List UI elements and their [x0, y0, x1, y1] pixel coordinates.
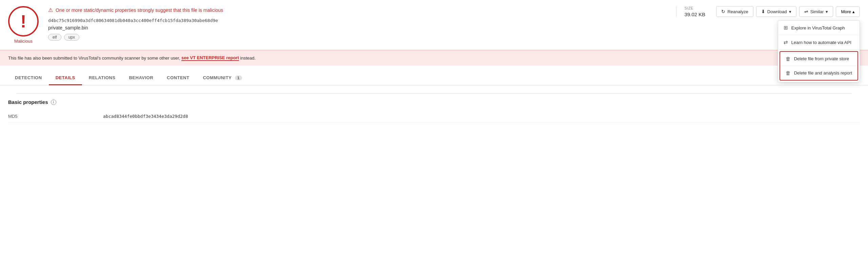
content-area: Basic properties i MD5 abcad8344fe0bbdf3…: [0, 85, 868, 131]
download-chevron-icon: ▾: [789, 9, 791, 14]
size-label: Size: [685, 6, 693, 10]
similar-label: Similar: [810, 9, 824, 14]
vt-enterprise-link[interactable]: see VT ENTERPRISE report: [181, 55, 239, 61]
community-badge: 1: [235, 75, 242, 80]
top-divider: [16, 93, 852, 94]
warning-icon: ⚠: [48, 7, 53, 13]
tab-content[interactable]: CONTENT: [160, 71, 196, 85]
file-name: private_sample.bin: [48, 25, 668, 30]
file-info: ⚠ One or more static/dynamic properties …: [48, 6, 668, 41]
tag-upx: upx: [64, 34, 79, 41]
size-section: Size 39.02 KB: [676, 6, 706, 17]
prop-value-md5: abcad8344fe0bbdf3e3434e3da29d2d8: [103, 114, 188, 119]
download-icon: ⬇: [761, 9, 765, 14]
tag-elf: elf: [48, 34, 61, 41]
dropdown-item-delete-private[interactable]: 🗑 Delete file from private store: [780, 52, 857, 66]
exclamation-icon: !: [20, 13, 26, 30]
download-button[interactable]: ⬇ Download ▾: [756, 6, 796, 17]
banner-text-after: instead.: [239, 56, 256, 61]
download-label: Download: [767, 9, 787, 14]
reanalyze-button[interactable]: ↻ Reanalyze: [716, 6, 753, 17]
more-button[interactable]: More ▴: [836, 6, 860, 17]
dropdown-item-delete-analysis[interactable]: 🗑 Delete file and analysis report: [780, 66, 857, 80]
dropdown-item-api[interactable]: ⇄ Learn how to automate via API: [778, 35, 860, 50]
info-icon[interactable]: i: [51, 100, 56, 105]
tag-list: elf upx: [48, 34, 668, 41]
malicious-label: Malicious: [14, 39, 33, 44]
reanalyze-icon: ↻: [721, 9, 725, 14]
similar-button[interactable]: ⇌ Similar ▾: [799, 6, 833, 17]
delete-private-icon: 🗑: [786, 56, 791, 62]
more-chevron-icon: ▴: [852, 9, 855, 14]
tab-community[interactable]: COMMUNITY 1: [196, 71, 249, 85]
basic-properties-title: Basic properties i: [8, 99, 860, 105]
warning-text: One or more static/dynamic properties st…: [56, 7, 223, 13]
warning-line: ⚠ One or more static/dynamic properties …: [48, 7, 668, 13]
reanalyze-label: Reanalyze: [727, 9, 748, 14]
similar-icon: ⇌: [804, 9, 808, 14]
tab-behavior[interactable]: BEHAVIOR: [122, 71, 160, 85]
actions-section: ↻ Reanalyze ⬇ Download ▾ ⇌ Similar ▾ Mor…: [716, 6, 860, 17]
dropdown-label-delete-analysis: Delete file and analysis report: [794, 70, 852, 75]
dropdown-item-explore[interactable]: ⊞ Explore in VirusTotal Graph: [778, 21, 860, 35]
file-hash: d4bc75c916990a3dfc80634081db040a3cc400ef…: [48, 18, 668, 23]
tabs-bar: DETECTION DETAILS RELATIONS BEHAVIOR CON…: [0, 71, 868, 85]
dropdown-label-delete-private: Delete file from private store: [794, 56, 849, 61]
prop-key-md5: MD5: [8, 114, 103, 119]
more-label: More: [841, 9, 851, 14]
dropdown-menu: ⊞ Explore in VirusTotal Graph ⇄ Learn ho…: [778, 20, 860, 82]
top-bar: ! Malicious ⚠ One or more static/dynamic…: [0, 0, 868, 50]
api-icon: ⇄: [784, 39, 788, 45]
malicious-circle: !: [8, 6, 39, 37]
prop-row-md5: MD5 abcad8344fe0bbdf3e3434e3da29d2d8: [8, 110, 860, 123]
banner-text-before: This file has also been submitted to Vir…: [8, 56, 181, 61]
size-value: 39.02 KB: [685, 12, 706, 17]
dropdown-highlighted-section: 🗑 Delete file from private store 🗑 Delet…: [780, 51, 858, 81]
dropdown-label-explore: Explore in VirusTotal Graph: [791, 25, 845, 30]
graph-icon: ⊞: [784, 25, 788, 31]
tab-detection[interactable]: DETECTION: [8, 71, 49, 85]
similar-chevron-icon: ▾: [826, 9, 828, 14]
basic-properties-label: Basic properties: [8, 99, 48, 105]
tab-relations[interactable]: RELATIONS: [82, 71, 122, 85]
delete-analysis-icon: 🗑: [786, 70, 791, 76]
tab-details[interactable]: DETAILS: [49, 71, 82, 85]
malicious-indicator: ! Malicious: [8, 6, 39, 44]
dropdown-label-api: Learn how to automate via API: [791, 40, 851, 45]
community-banner: This file has also been submitted to Vir…: [0, 50, 868, 66]
